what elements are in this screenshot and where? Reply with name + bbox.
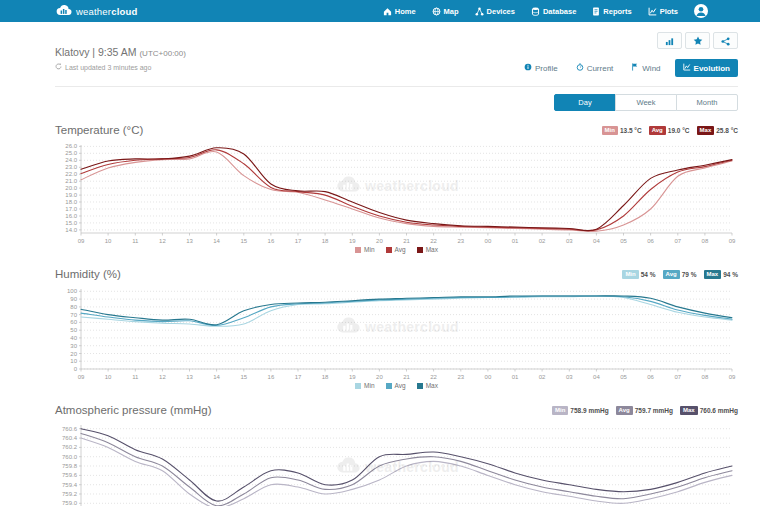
svg-text:13: 13 [186, 374, 193, 380]
temperature-stats: Min13.5 °C Avg19.0 °C Max25.8 °C [602, 126, 738, 135]
legend-swatch [355, 247, 361, 253]
svg-text:759.2: 759.2 [62, 491, 78, 497]
svg-text:19.0: 19.0 [65, 192, 77, 198]
svg-text:30: 30 [70, 343, 77, 349]
legend-item-min[interactable]: Min [355, 246, 374, 253]
devices-icon [475, 7, 484, 16]
view-profile[interactable]: Profile [520, 60, 562, 76]
svg-text:17: 17 [295, 374, 302, 380]
svg-text:09: 09 [78, 374, 85, 380]
svg-text:21: 21 [403, 374, 410, 380]
press-max-stat: Max760.6 mmHg [680, 406, 738, 415]
svg-text:04: 04 [593, 238, 600, 244]
temp-min-stat: Min13.5 °C [602, 126, 642, 135]
pressure-chart: 760.6760.4760.2760.0759.8759.6759.4759.2… [55, 421, 738, 506]
tab-month[interactable]: Month [676, 94, 738, 111]
humidity-stats: Min54 % Avg79 % Max94 % [622, 270, 738, 279]
view-evolution[interactable]: Evolution [675, 59, 738, 77]
temperature-chart: 26.025.024.023.022.021.020.019.018.017.0… [55, 141, 738, 253]
top-navbar: weathercloud Home Map Devices Database R… [0, 0, 760, 22]
user-avatar[interactable] [694, 4, 708, 18]
svg-text:15: 15 [240, 238, 247, 244]
temp-max-stat: Max25.8 °C [697, 126, 738, 135]
navbar-menu: Home Map Devices Database Reports Plots [383, 4, 708, 18]
header-divider [55, 86, 738, 87]
hum-max-stat: Max94 % [704, 270, 739, 279]
nav-item-home[interactable]: Home [383, 7, 416, 16]
view-current[interactable]: Current [572, 60, 618, 76]
svg-text:14: 14 [213, 238, 220, 244]
svg-text:26.0: 26.0 [65, 143, 77, 149]
station-info: Klatovy | 9:35 AM (UTC+00:00) Last updat… [55, 32, 186, 77]
refresh-icon [55, 63, 62, 71]
svg-text:06: 06 [647, 238, 654, 244]
svg-text:20.0: 20.0 [65, 185, 77, 191]
legend-swatch [386, 247, 392, 253]
reports-icon [592, 7, 600, 16]
favorite-button[interactable] [685, 32, 710, 49]
temperature-legend: MinAvgMax [55, 246, 738, 253]
legend-item-max[interactable]: Max [417, 382, 438, 389]
nav-item-map[interactable]: Map [432, 7, 459, 16]
press-min-badge: Min [552, 406, 568, 415]
database-icon [531, 7, 540, 16]
legend-item-avg[interactable]: Avg [386, 382, 406, 389]
temperature-section-head: Temperature (°C) Min13.5 °C Avg19.0 °C M… [55, 124, 738, 136]
svg-text:760.4: 760.4 [62, 435, 78, 441]
temp-avg-stat: Avg19.0 °C [649, 126, 690, 135]
svg-text:17.0: 17.0 [65, 206, 77, 212]
legend-item-avg[interactable]: Avg [386, 246, 406, 253]
share-button[interactable] [713, 32, 738, 49]
line-chart-icon [683, 63, 691, 73]
bar-chart-icon [665, 32, 674, 50]
svg-text:759.8: 759.8 [62, 463, 78, 469]
svg-text:16: 16 [268, 238, 275, 244]
svg-text:23: 23 [457, 238, 464, 244]
press-avg-stat: Avg759.7 mmHg [616, 406, 673, 415]
svg-text:06: 06 [647, 374, 654, 380]
svg-text:10: 10 [105, 238, 112, 244]
humidity-section-head: Humidity (%) Min54 % Avg79 % Max94 % [55, 268, 738, 280]
svg-text:17: 17 [295, 238, 302, 244]
svg-text:20: 20 [376, 374, 383, 380]
nav-item-plots[interactable]: Plots [648, 7, 678, 16]
svg-text:10: 10 [105, 374, 112, 380]
tab-day[interactable]: Day [554, 94, 616, 111]
temp-min-badge: Min [602, 126, 618, 135]
legend-swatch [417, 247, 423, 253]
svg-text:14.0: 14.0 [65, 227, 77, 233]
legend-item-max[interactable]: Max [417, 246, 438, 253]
temp-max-badge: Max [697, 126, 715, 135]
svg-text:24.0: 24.0 [65, 157, 77, 163]
svg-text:18: 18 [322, 238, 329, 244]
view-wind[interactable]: Wind [627, 60, 664, 76]
humidity-plot: 1009080706050403020100091011121314151617… [55, 285, 738, 382]
nav-item-reports[interactable]: Reports [592, 7, 631, 16]
weathercloud-logo[interactable]: weathercloud [55, 2, 138, 20]
svg-text:15: 15 [240, 374, 247, 380]
info-icon [524, 63, 532, 73]
svg-text:760.6: 760.6 [62, 426, 78, 432]
svg-text:03: 03 [566, 238, 573, 244]
legend-swatch [417, 383, 423, 389]
header-icon-buttons [657, 32, 738, 49]
tab-week[interactable]: Week [615, 94, 677, 111]
hum-avg-stat: Avg79 % [663, 270, 697, 279]
rankings-button[interactable] [657, 32, 682, 49]
station-header: Klatovy | 9:35 AM (UTC+00:00) Last updat… [55, 32, 738, 77]
view-nav: Profile Current Wind Evolution [520, 59, 738, 77]
period-tabs-row: Day Week Month [55, 94, 738, 111]
last-updated: Last updated 3 minutes ago [55, 63, 186, 71]
main-content: Klatovy | 9:35 AM (UTC+00:00) Last updat… [0, 32, 760, 506]
svg-text:60: 60 [70, 319, 77, 325]
nav-item-database[interactable]: Database [531, 7, 576, 16]
svg-text:07: 07 [674, 374, 681, 380]
period-tabs: Day Week Month [554, 94, 738, 111]
nav-item-devices[interactable]: Devices [475, 7, 515, 16]
hum-min-stat: Min54 % [622, 270, 655, 279]
hum-min-badge: Min [622, 270, 638, 279]
svg-text:05: 05 [620, 374, 627, 380]
legend-item-min[interactable]: Min [355, 382, 374, 389]
svg-text:20: 20 [70, 351, 77, 357]
svg-text:759.0: 759.0 [62, 500, 78, 506]
